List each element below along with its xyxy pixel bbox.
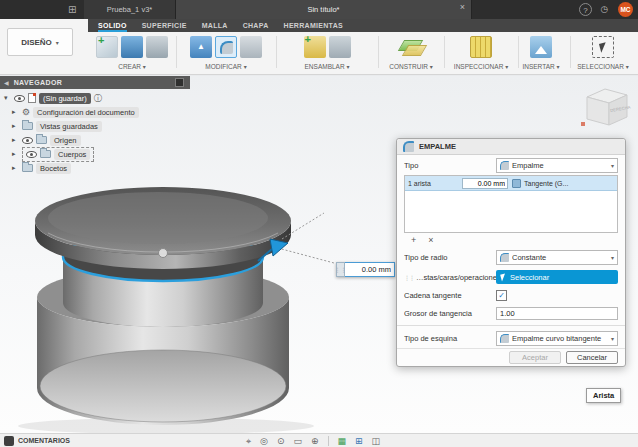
visibility-eye-icon[interactable] — [22, 137, 33, 144]
look-at-icon[interactable]: ⊙ — [277, 434, 285, 447]
tree-item-origen[interactable]: ▸ Origen — [12, 133, 81, 147]
add-selection-button[interactable]: + — [411, 235, 416, 245]
tangent-chain-checkbox[interactable]: ✓ — [496, 290, 507, 301]
tab-chapa[interactable]: CHAPA — [243, 19, 269, 32]
panel-options-icon[interactable] — [175, 78, 184, 87]
construction-plane-icon[interactable] — [400, 36, 422, 58]
chevron-down-icon: ▾ — [430, 64, 433, 70]
zoom-icon[interactable]: ⊕ — [311, 434, 319, 447]
collapse-panel-icon[interactable]: ◀ — [4, 79, 9, 86]
design-menu-label: DISEÑO — [21, 38, 52, 47]
group-menu-inspeccionar[interactable]: INSPECCIONAR ▾ — [446, 63, 516, 70]
display-settings-icon[interactable]: ▦ — [338, 434, 347, 447]
expand-arrow-icon[interactable]: ▸ — [12, 150, 19, 158]
document-tab-active[interactable]: Sin título* × — [176, 0, 472, 19]
corner-type-value: Empalme curvo bitangente — [512, 334, 608, 343]
tree-item-vistas[interactable]: ▸ Vistas guardadas — [12, 119, 102, 133]
seleccionar-button[interactable]: Seleccionar — [496, 270, 618, 284]
tree-item-root[interactable]: ▾ (Sin guardar) ⓘ — [4, 91, 102, 105]
shell-icon[interactable] — [240, 36, 262, 58]
remove-selection-button[interactable]: × — [428, 235, 433, 245]
new-component-icon[interactable]: + — [304, 36, 326, 58]
tree-item-bocetos[interactable]: ▸ Bocetos — [12, 161, 71, 175]
navigator-panel-header[interactable]: ◀ NAVEGADOR — [0, 76, 190, 89]
dialog-separator — [397, 325, 625, 326]
cancelar-button[interactable]: Cancelar — [566, 351, 618, 364]
cursor-icon — [500, 273, 507, 281]
comments-panel-icon[interactable] — [4, 436, 14, 446]
revolve-icon[interactable] — [146, 36, 168, 58]
pan-icon[interactable]: ⌖ — [246, 434, 251, 447]
close-tab-icon[interactable]: × — [460, 2, 465, 12]
orbit-icon[interactable]: ◎ — [260, 434, 268, 447]
group-menu-seleccionar[interactable]: SELECCIONAR ▾ — [572, 63, 634, 70]
visibility-eye-icon[interactable] — [26, 151, 37, 158]
edge-radius-input[interactable] — [462, 178, 508, 189]
document-icon — [28, 93, 36, 103]
visibility-eye-icon[interactable] — [14, 95, 25, 102]
check-icon: ✓ — [498, 291, 505, 300]
zoom-window-icon[interactable]: ▭ — [293, 434, 302, 447]
expand-arrow-icon[interactable]: ▾ — [4, 94, 11, 102]
tree-item-label[interactable]: (Sin guardar) — [39, 93, 91, 104]
toolbar-group-construir: CONSTRUIR ▾ — [380, 33, 442, 75]
expand-arrow-icon[interactable]: ▸ — [12, 164, 19, 172]
tab-solido[interactable]: SOLIDO — [98, 19, 127, 32]
app-grid-icon[interactable]: ⊞ — [68, 3, 76, 16]
viewcube[interactable]: DERECHA — [578, 84, 632, 132]
expand-arrow-icon[interactable]: ▸ — [12, 122, 19, 130]
tree-item-label[interactable]: Bocetos — [36, 163, 71, 174]
help-icon[interactable]: ? — [579, 3, 592, 16]
dialog-header[interactable]: EMPALME — [397, 139, 625, 155]
info-icon[interactable]: ⓘ — [94, 93, 102, 104]
document-tab[interactable]: Prueba_1 v3* — [84, 0, 176, 19]
new-solid-icon[interactable]: + — [96, 36, 118, 58]
toolbar-group-seleccionar: SELECCIONAR ▾ — [572, 33, 634, 75]
select-icon[interactable] — [592, 36, 614, 58]
dimension-input[interactable] — [345, 262, 395, 277]
measure-icon[interactable] — [470, 36, 492, 58]
grid-display-icon[interactable]: ⊞ — [355, 434, 363, 447]
tree-item-cuerpos[interactable]: ▸ Cuerpos — [12, 147, 94, 161]
comments-label[interactable]: COMENTARIOS — [18, 434, 70, 447]
tree-item-label[interactable]: Vistas guardadas — [36, 121, 102, 132]
job-status-icon[interactable]: ◷ — [598, 3, 611, 16]
tree-item-configuracion[interactable]: ▸ ⚙ Configuración del documento — [12, 105, 139, 119]
mountain-shape — [535, 46, 547, 54]
group-menu-insertar[interactable]: INSERTAR ▾ — [514, 63, 568, 70]
continuity-dropdown[interactable]: Tangente (G... — [512, 179, 614, 188]
radius-type-dropdown[interactable]: Constante ▾ — [496, 250, 618, 265]
group-separator — [570, 36, 571, 68]
group-menu-modificar[interactable]: MODIFICAR ▾ — [180, 63, 272, 70]
expand-arrow-icon[interactable]: ▸ — [12, 136, 19, 144]
group-menu-construir[interactable]: CONSTRUIR ▾ — [380, 63, 442, 70]
joint-icon[interactable] — [329, 36, 351, 58]
gear-icon: ⚙ — [22, 108, 30, 117]
tab-superficie[interactable]: SUPERFICIE — [142, 19, 187, 32]
corner-type-dropdown[interactable]: Empalme curvo bitangente ▾ — [496, 331, 618, 346]
tree-item-label[interactable]: Cuerpos — [54, 149, 90, 160]
press-pull-icon[interactable]: ▲ — [190, 36, 212, 58]
tangency-weight-input[interactable] — [496, 307, 618, 320]
avatar[interactable]: MC — [618, 2, 633, 17]
insert-canvas-icon[interactable] — [530, 36, 552, 58]
extrude-icon[interactable] — [121, 36, 143, 58]
tree-item-label[interactable]: Configuración del documento — [33, 107, 139, 118]
group-menu-crear[interactable]: CREAR ▾ — [90, 63, 174, 70]
tangent-icon — [512, 179, 521, 188]
viewports-icon[interactable]: ◫ — [372, 434, 381, 447]
3d-model[interactable] — [8, 185, 398, 435]
drag-grip-icon[interactable]: ⋮⋮ — [336, 262, 345, 277]
folder-icon — [22, 122, 33, 130]
tree-item-label[interactable]: Origen — [50, 135, 81, 146]
group-menu-ensamblar[interactable]: ENSAMBLAR ▾ — [280, 63, 374, 70]
tab-malla[interactable]: MALLA — [202, 19, 228, 32]
fillet-icon[interactable] — [215, 36, 237, 58]
design-menu-button[interactable]: DISEÑO ▾ — [7, 28, 73, 56]
edge-row-selected[interactable]: 1 arista Tangente (G... — [405, 176, 617, 191]
expand-arrow-icon[interactable]: ▸ — [12, 108, 19, 116]
aceptar-button[interactable]: Aceptar — [509, 351, 561, 364]
tab-herramientas[interactable]: HERRAMIENTAS — [284, 19, 343, 32]
tipo-dropdown[interactable]: Empalme ▾ — [496, 158, 618, 173]
folder-icon — [22, 164, 33, 172]
